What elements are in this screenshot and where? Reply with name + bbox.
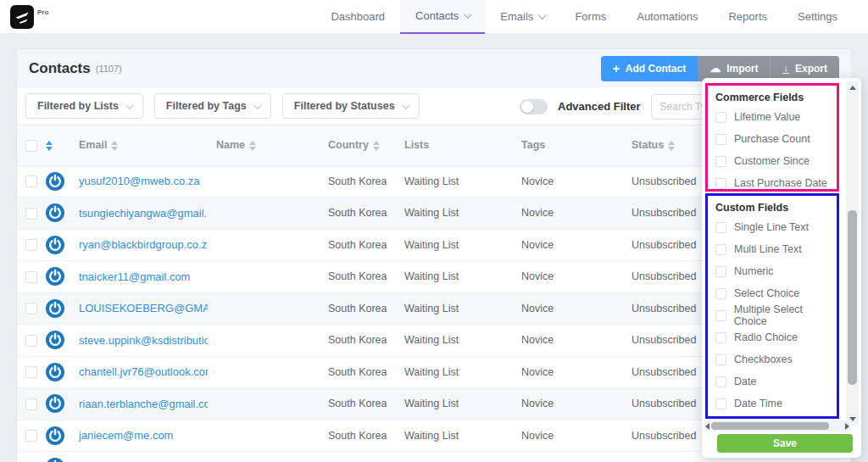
page-title: Contacts	[29, 60, 91, 77]
sort-country-icon[interactable]	[373, 141, 380, 151]
custom-fields-title: Custom Fields	[708, 196, 837, 216]
nav-emails[interactable]: Emails	[485, 0, 559, 34]
row-checkbox[interactable]	[25, 175, 37, 187]
row-checkbox[interactable]	[25, 303, 37, 314]
plus-icon: +	[613, 62, 620, 75]
nav-contacts[interactable]: Contacts	[400, 0, 485, 34]
filter-by-lists-dropdown[interactable]: Filtered by Lists	[25, 93, 143, 119]
contact-email-link[interactable]: janiecem@me.com	[79, 429, 173, 442]
field-option-radio-choice[interactable]: Radio Choice	[708, 326, 837, 348]
contact-name	[208, 325, 320, 357]
chevron-down-icon	[538, 11, 547, 19]
save-button[interactable]: Save	[717, 434, 853, 453]
cloud-upload-icon: ☁	[709, 63, 721, 74]
field-checkbox[interactable]	[715, 266, 726, 277]
col-email: Email	[79, 139, 107, 151]
field-option-single-line-text[interactable]: Single Line Text	[708, 216, 837, 238]
vertical-scrollbar-thumb[interactable]	[848, 210, 857, 385]
field-option-customer-since[interactable]: Customer Since	[708, 150, 837, 172]
field-checkbox[interactable]	[715, 112, 726, 123]
panel-vertical-scrollbar[interactable]	[846, 81, 859, 426]
contact-lists: Waiting List	[396, 356, 513, 388]
field-option-date-time[interactable]: Date Time	[708, 392, 837, 415]
field-option-checkboxes[interactable]: Checkboxes	[708, 348, 837, 370]
contact-country: South Korea	[320, 325, 396, 357]
select-all-checkbox[interactable]	[25, 140, 37, 152]
contact-avatar-power-icon	[46, 363, 64, 381]
field-checkbox[interactable]	[715, 332, 726, 343]
field-option-last-purchase-date[interactable]: Last Purchase Date	[708, 172, 837, 194]
row-checkbox[interactable]	[25, 239, 37, 251]
contact-email-link[interactable]: LOUISEKOEBERG@GMAIL.C...	[79, 302, 208, 314]
field-checkbox[interactable]	[715, 354, 726, 365]
contact-email-link[interactable]: chantell.jvr76@outlook.com	[79, 365, 208, 378]
contact-name	[208, 388, 320, 420]
contact-email-link[interactable]: yusuf2010@mweb.co.za	[79, 175, 200, 187]
nav-dashboard[interactable]: Dashboard	[315, 0, 400, 34]
panel-horizontal-scrollbar[interactable]	[704, 420, 851, 431]
field-option-multiple-select-choice[interactable]: Multiple Select Choice	[708, 304, 837, 326]
contact-lists: Waiting List	[396, 229, 513, 261]
filter-by-tags-dropdown[interactable]: Filtered by Tags	[154, 93, 271, 119]
contact-email-link[interactable]: riaan.terblanche@gmail.com	[79, 398, 208, 410]
field-label: Numeric	[734, 265, 774, 277]
export-button[interactable]: ↓ Export	[770, 56, 839, 81]
row-checkbox[interactable]	[25, 335, 37, 347]
nav-automations[interactable]: Automations	[621, 0, 713, 34]
nav-reports[interactable]: Reports	[713, 0, 782, 34]
contact-tags: Novice	[513, 198, 623, 230]
field-checkbox[interactable]	[715, 134, 726, 145]
field-label: Multi Line Text	[734, 243, 802, 255]
contact-country: South Korea	[320, 165, 396, 198]
field-label: Last Purchase Date	[734, 177, 827, 189]
contact-email-link[interactable]: tsungiechiyangwa@gmail.c...	[79, 207, 208, 220]
contact-email-link[interactable]: tnaicker11@gmail.com	[79, 270, 190, 283]
sort-email-icon[interactable]	[111, 141, 118, 151]
contact-tags: Novice	[513, 356, 623, 388]
field-option-numeric[interactable]: Numeric	[708, 260, 837, 282]
field-checkbox[interactable]	[715, 222, 726, 233]
field-checkbox[interactable]	[715, 310, 726, 321]
field-option-select-choice[interactable]: Select Choice	[708, 282, 837, 304]
field-checkbox[interactable]	[715, 156, 726, 167]
nav-forms[interactable]: Forms	[559, 0, 621, 34]
custom-fields-highlight-box: Custom Fields Single Line Text Multi Lin…	[705, 193, 839, 419]
contact-name	[208, 261, 320, 293]
row-checkbox[interactable]	[25, 398, 37, 410]
sort-avatar-icon[interactable]	[46, 141, 53, 151]
field-checkbox[interactable]	[715, 398, 726, 409]
add-contact-button[interactable]: + Add Contact	[601, 56, 698, 81]
brand[interactable]: Pro	[10, 5, 48, 29]
contact-email-link[interactable]: steve.uppink@ksdistributio...	[79, 334, 208, 347]
filter-statuses-label: Filtered by Statuses	[294, 100, 395, 112]
sort-status-icon[interactable]	[668, 141, 675, 151]
contact-email-link[interactable]: ryan@blackbirdgroup.co.za	[79, 238, 208, 251]
contact-lists: Waiting List	[396, 165, 513, 198]
nav-contacts-label: Contacts	[415, 9, 459, 22]
field-option-purchase-count[interactable]: Purchase Count	[708, 128, 837, 150]
row-checkbox[interactable]	[25, 366, 37, 378]
row-checkbox[interactable]	[25, 430, 37, 442]
field-option-lifetime-value[interactable]: Lifetime Value	[708, 106, 837, 128]
field-checkbox[interactable]	[715, 244, 726, 255]
row-checkbox[interactable]	[25, 208, 37, 220]
field-checkbox[interactable]	[715, 288, 726, 299]
nav-reports-label: Reports	[728, 10, 767, 23]
advanced-filter-label: Advanced Filter	[558, 100, 641, 113]
sort-name-icon[interactable]	[249, 141, 256, 151]
nav-settings[interactable]: Settings	[782, 0, 853, 34]
field-option-multi-line-text[interactable]: Multi Line Text	[708, 238, 837, 260]
import-button[interactable]: ☁ Import	[698, 56, 770, 81]
field-option-date[interactable]: Date	[708, 370, 837, 392]
scroll-right-arrow-icon[interactable]	[845, 423, 849, 430]
contact-lists: Waiting List	[396, 325, 513, 357]
field-checkbox[interactable]	[715, 376, 726, 387]
horizontal-scrollbar-thumb[interactable]	[711, 422, 829, 430]
contact-avatar-power-icon	[46, 172, 64, 191]
row-checkbox[interactable]	[25, 271, 37, 283]
filter-by-statuses-dropdown[interactable]: Filtered by Statuses	[282, 93, 420, 119]
scroll-left-arrow-icon[interactable]	[705, 423, 709, 430]
scroll-up-arrow-icon[interactable]	[849, 86, 856, 90]
field-checkbox[interactable]	[715, 178, 726, 189]
advanced-filter-toggle[interactable]	[520, 99, 548, 114]
